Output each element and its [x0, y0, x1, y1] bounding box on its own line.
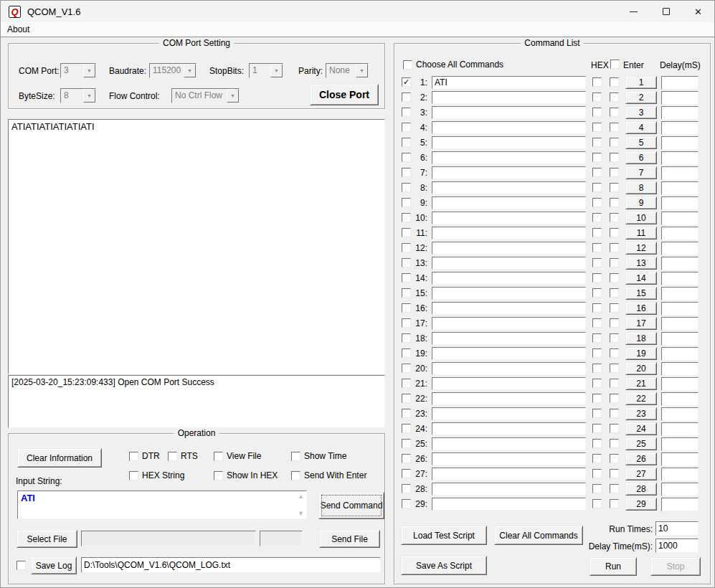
- minimize-button[interactable]: [617, 1, 650, 22]
- row-enter-checkbox[interactable]: [610, 153, 619, 162]
- rts-checkbox[interactable]: RTS: [168, 451, 198, 461]
- send-file-button[interactable]: Send File: [319, 530, 380, 548]
- row-hex-checkbox[interactable]: [592, 318, 602, 328]
- command-input[interactable]: [432, 91, 586, 104]
- log-path-field[interactable]: [81, 557, 381, 573]
- row-enter-checkbox[interactable]: [610, 228, 619, 237]
- row-delay-input[interactable]: [661, 227, 699, 240]
- stopbits-select[interactable]: 1 ▼: [249, 63, 283, 78]
- row-number-button[interactable]: 26: [625, 452, 657, 465]
- row-delay-input[interactable]: [661, 302, 699, 316]
- command-input[interactable]: [432, 468, 586, 480]
- row-delay-input[interactable]: [661, 257, 699, 270]
- command-input[interactable]: [432, 196, 586, 209]
- row-hex-checkbox[interactable]: [592, 273, 602, 283]
- row-delay-input[interactable]: [661, 151, 699, 165]
- row-number-button[interactable]: 1: [625, 76, 657, 89]
- row-hex-checkbox[interactable]: [592, 243, 602, 252]
- command-input[interactable]: [432, 498, 586, 511]
- row-delay-input[interactable]: [661, 362, 699, 376]
- all-enter-checkbox[interactable]: [610, 60, 620, 69]
- send-command-button[interactable]: Send Command: [318, 492, 384, 519]
- row-number-button[interactable]: 4: [625, 121, 657, 134]
- hex-string-checkbox[interactable]: HEX String: [129, 470, 184, 480]
- row-number-button[interactable]: 22: [625, 392, 657, 405]
- command-input[interactable]: [432, 362, 586, 375]
- show-time-checkbox[interactable]: Show Time: [291, 451, 346, 461]
- row-number-button[interactable]: 3: [625, 106, 657, 119]
- row-delay-input[interactable]: [661, 242, 699, 255]
- row-enter-checkbox[interactable]: [610, 303, 619, 313]
- row-number-button[interactable]: 28: [625, 483, 657, 495]
- row-delay-input[interactable]: [661, 196, 699, 210]
- row-delay-input[interactable]: [661, 166, 699, 180]
- row-delay-input[interactable]: [661, 483, 699, 496]
- row-delay-input[interactable]: [661, 407, 699, 421]
- parity-select[interactable]: None ▼: [326, 63, 369, 78]
- row-hex-checkbox[interactable]: [592, 123, 602, 132]
- row-hex-checkbox[interactable]: [592, 153, 602, 162]
- scrollbar[interactable]: ▲ ▼: [295, 491, 306, 518]
- row-delay-input[interactable]: [661, 377, 699, 391]
- row-hex-checkbox[interactable]: [592, 213, 602, 222]
- command-input[interactable]: [432, 422, 586, 435]
- row-delay-input[interactable]: [661, 332, 699, 346]
- row-number-button[interactable]: 11: [625, 227, 657, 240]
- status-log-area[interactable]: [2025-03-20_15:23:09:433] Open COM Port …: [8, 375, 385, 428]
- row-hex-checkbox[interactable]: [592, 333, 602, 343]
- row-number-button[interactable]: 8: [625, 181, 657, 194]
- row-delay-input[interactable]: [661, 212, 699, 225]
- row-enter-checkbox[interactable]: [610, 168, 619, 177]
- command-input[interactable]: [432, 121, 586, 134]
- row-enter-checkbox[interactable]: [610, 198, 619, 207]
- command-input[interactable]: [432, 287, 586, 300]
- view-file-checkbox[interactable]: View File: [214, 451, 261, 461]
- row-hex-checkbox[interactable]: [592, 379, 602, 388]
- row-hex-checkbox[interactable]: [592, 288, 602, 298]
- row-enter-checkbox[interactable]: [610, 439, 619, 448]
- row-hex-checkbox[interactable]: [592, 348, 602, 358]
- row-number-button[interactable]: 16: [625, 302, 657, 315]
- row-delay-input[interactable]: [661, 287, 699, 300]
- row-hex-checkbox[interactable]: [592, 258, 602, 267]
- row-enter-checkbox[interactable]: [610, 424, 619, 433]
- row-enter-checkbox[interactable]: [610, 469, 619, 478]
- row-delay-input[interactable]: [661, 498, 699, 511]
- save-log-button[interactable]: Save Log: [31, 556, 77, 574]
- row-delay-input[interactable]: [661, 106, 699, 120]
- row-hex-checkbox[interactable]: [592, 168, 602, 177]
- row-hex-checkbox[interactable]: [592, 228, 602, 237]
- input-string-field[interactable]: ATI ▲ ▼: [17, 490, 307, 519]
- row-enter-checkbox[interactable]: [610, 258, 619, 267]
- command-input[interactable]: [432, 136, 586, 149]
- row-delay-input[interactable]: [661, 91, 699, 105]
- row-enter-checkbox[interactable]: [610, 108, 619, 117]
- command-input[interactable]: [432, 227, 586, 240]
- row-number-button[interactable]: 19: [625, 347, 657, 360]
- command-input[interactable]: [432, 483, 586, 495]
- row-enter-checkbox[interactable]: [610, 273, 619, 283]
- row-delay-input[interactable]: [661, 347, 699, 361]
- close-button[interactable]: ✕: [682, 1, 714, 22]
- row-hex-checkbox[interactable]: [592, 364, 602, 373]
- run-button[interactable]: Run: [589, 557, 637, 576]
- row-number-button[interactable]: 20: [625, 362, 657, 375]
- delay-time-input[interactable]: [655, 539, 699, 553]
- row-hex-checkbox[interactable]: [592, 469, 602, 478]
- row-enter-checkbox[interactable]: [610, 409, 619, 418]
- row-number-button[interactable]: 27: [625, 468, 657, 480]
- row-delay-input[interactable]: [661, 437, 699, 451]
- menu-about[interactable]: About: [1, 24, 36, 34]
- row-number-button[interactable]: 17: [625, 317, 657, 330]
- select-file-button[interactable]: Select File: [16, 530, 77, 548]
- row-number-button[interactable]: 21: [625, 377, 657, 390]
- row-hex-checkbox[interactable]: [592, 303, 602, 313]
- row-enter-checkbox[interactable]: [610, 288, 619, 298]
- command-input[interactable]: [432, 272, 586, 285]
- row-enter-checkbox[interactable]: [610, 333, 619, 343]
- save-log-checkbox[interactable]: [16, 561, 26, 570]
- row-enter-checkbox[interactable]: [610, 454, 619, 463]
- row-hex-checkbox[interactable]: [592, 499, 602, 508]
- command-input[interactable]: [432, 347, 586, 360]
- row-delay-input[interactable]: [661, 121, 699, 135]
